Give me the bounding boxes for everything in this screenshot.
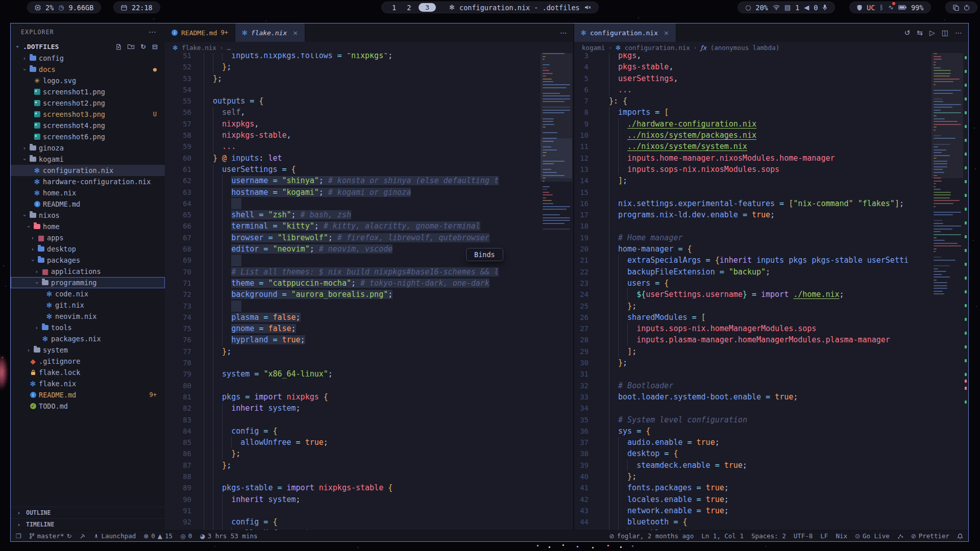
tree-item-configuration.nix[interactable]: ✻configuration.nix <box>11 165 165 176</box>
code-line: 40}; <box>574 471 934 482</box>
tree-item-apps[interactable]: ›▦apps <box>11 232 165 243</box>
explorer-root-folder[interactable]: › .DOTFILES ↻⊟ <box>11 41 165 53</box>
tree-item-flake.nix[interactable]: ✻flake.nix <box>11 378 165 389</box>
workspace-2[interactable]: 2 <box>404 4 414 12</box>
views-more-actions-icon[interactable]: ⋯ <box>149 28 157 37</box>
close-tab-icon[interactable]: × <box>292 29 298 37</box>
tree-item-screenshot6.png[interactable]: screenshot6.png <box>11 131 165 142</box>
tree-item-ginoza[interactable]: ›ginoza <box>11 142 165 154</box>
tree-item-nixos[interactable]: ›nixos <box>11 210 165 221</box>
status-ports[interactable]: ◎0 <box>180 532 192 540</box>
breadcrumb-item[interactable]: ✻ flake.nix <box>173 44 216 52</box>
mic-icon <box>822 4 827 11</box>
tree-item-README.md[interactable]: iREADME.md9+ <box>11 389 165 400</box>
tree-item-git.nix[interactable]: ✻git.nix <box>11 299 165 311</box>
tree-item-screenshot3.png[interactable]: screenshot3.pngU <box>11 109 165 120</box>
minimap-left[interactable] <box>541 53 572 530</box>
code-line: 65shell = "zsh"; # bash, zsh <box>165 209 538 220</box>
tree-item-applications[interactable]: ›▦applications <box>11 266 165 277</box>
tree-item-screenshot4.png[interactable]: screenshot4.png <box>11 120 165 131</box>
code-line: 88 <box>165 471 538 482</box>
breadcrumb-item[interactable]: ✻ configuration.nix <box>616 44 690 52</box>
code-editor-configuration-nix[interactable]: 3pkgs,4pkgs-stable,5userSettings,6...7}:… <box>574 53 968 530</box>
slash-icon: ⊘ <box>911 533 916 540</box>
tab-configuration.nix[interactable]: ✻configuration.nix× <box>574 23 676 42</box>
status-eol[interactable]: LF <box>820 532 828 540</box>
compare-action-icon[interactable]: ⇆ <box>917 29 923 37</box>
breadcrumb-item[interactable]: ƒx (anonymous lambda) <box>700 44 779 52</box>
tree-item-label: packages <box>47 256 80 264</box>
tree-item-home.nix[interactable]: ✻home.nix <box>11 187 165 198</box>
code-line: 15 <box>574 187 934 198</box>
status-go-live[interactable]: ⊙Go Live <box>855 532 890 540</box>
code-line: 62username = "shinya"; # konsta or shiny… <box>165 175 538 186</box>
session-controls[interactable] <box>945 2 977 13</box>
status-git-blame[interactable]: ⊘foglar, 2 months ago <box>609 532 694 540</box>
tree-item-neovim.nix[interactable]: ✻neovim.nix <box>11 311 165 322</box>
panel-outline[interactable]: ›OUTLINE <box>11 507 165 518</box>
tree-item-screenshot2.png[interactable]: screenshot2.png <box>11 97 165 109</box>
tree-item-programming[interactable]: ›programming <box>11 277 165 288</box>
status-indentation[interactable]: Spaces: 2 <box>751 532 786 540</box>
refresh-icon[interactable]: ↻ <box>140 43 146 51</box>
split-action-icon[interactable]: ◫ <box>942 29 948 37</box>
tab-README.md[interactable]: iREADME.md9+ <box>165 23 235 42</box>
tree-item-system[interactable]: ›system <box>11 344 165 356</box>
chevron-down-icon: › <box>25 223 32 230</box>
status-share[interactable] <box>897 533 903 539</box>
run-action-icon[interactable]: ▷ <box>929 29 935 37</box>
tree-item-screenshot1.png[interactable]: screenshot1.png <box>11 86 165 97</box>
tree-item-logo.svg[interactable]: ✳logo.svg <box>11 75 165 86</box>
tree-item-docs[interactable]: ›docs● <box>11 64 165 75</box>
collapse-icon[interactable]: ⊟ <box>152 43 158 51</box>
status-pickaxe[interactable] <box>80 533 86 539</box>
nix-icon: ✻ <box>32 189 42 197</box>
status-notifications[interactable] <box>957 533 963 539</box>
panel-timeline[interactable]: ›TIMELINE <box>11 518 165 530</box>
system-stats[interactable]: 2%◷9.66GB <box>27 2 101 13</box>
clock[interactable]: 22:18 <box>113 2 160 13</box>
tree-item-code.nix[interactable]: ✻code.nix <box>11 288 165 299</box>
status-prettier[interactable]: ⊘Prettier <box>911 532 949 540</box>
breadcrumb-item[interactable]: kogami <box>582 44 605 52</box>
code-line: 35# System level configuration <box>574 414 934 425</box>
tab-flake.nix[interactable]: ✻flake.nix× <box>235 23 305 42</box>
tree-item-TODO.md[interactable]: ✓TODO.md <box>11 400 165 412</box>
tree-item-.gitignore[interactable]: ◆.gitignore <box>11 356 165 367</box>
status-cursor-position[interactable]: Ln 1, Col 1 <box>701 532 744 540</box>
status-git-branch[interactable]: master*↻ <box>29 532 72 540</box>
tree-item-desktop[interactable]: ›desktop <box>11 243 165 255</box>
tree-item-README.md[interactable]: iREADME.md <box>11 198 165 210</box>
warning-icon: ▲ <box>158 533 162 540</box>
new-folder-icon[interactable] <box>128 43 134 51</box>
workspace-3[interactable]: 3 <box>419 3 436 12</box>
chevron-down-icon: › <box>33 280 40 286</box>
close-tab-icon[interactable]: × <box>664 29 669 37</box>
tree-item-config[interactable]: ›config <box>11 53 165 64</box>
status-indicators[interactable]: ○20%▤1◀0 <box>738 2 835 13</box>
code-editor-flake-nix[interactable]: 51inputs.nixpkgs.follows = "nixpkgs";52}… <box>165 53 573 530</box>
tree-item-packages[interactable]: ›packages <box>11 255 165 266</box>
status-language-mode[interactable]: Nix <box>836 532 847 540</box>
workspace-1[interactable]: 1 <box>389 4 399 12</box>
new-file-icon[interactable] <box>115 43 121 51</box>
tree-item-packages.nix[interactable]: ✻packages.nix <box>11 333 165 344</box>
more-action-icon[interactable]: ⋯ <box>560 29 567 37</box>
status-launchpad[interactable]: Launchpad <box>93 532 136 540</box>
device-indicators[interactable]: UCᛒ∿99% <box>849 2 931 13</box>
status-remote[interactable]: ❐ <box>16 533 21 540</box>
tree-item-home[interactable]: ›home <box>11 221 165 232</box>
tree-item-tools[interactable]: ›tools <box>11 322 165 333</box>
status-encoding[interactable]: UTF-8 <box>794 532 813 540</box>
status-problems[interactable]: ⊗0▲15 <box>143 532 173 540</box>
history-action-icon[interactable]: ↺ <box>904 29 911 37</box>
root-folder-label: .DOTFILES <box>23 43 59 51</box>
minimap-right[interactable] <box>932 53 963 530</box>
breadcrumb-item[interactable]: … <box>227 44 231 52</box>
status-time-tracker[interactable]: ◕3 hrs 53 mins <box>200 532 257 540</box>
tree-item-hardware-configuration.nix[interactable]: ✻hardware-configuration.nix <box>11 176 165 187</box>
tree-item-kogami[interactable]: ›kogami <box>11 154 165 165</box>
more-action-icon[interactable]: ⋯ <box>955 29 962 37</box>
tree-item-flake.lock[interactable]: flake.lock <box>11 367 165 378</box>
folder-icon <box>28 213 38 218</box>
